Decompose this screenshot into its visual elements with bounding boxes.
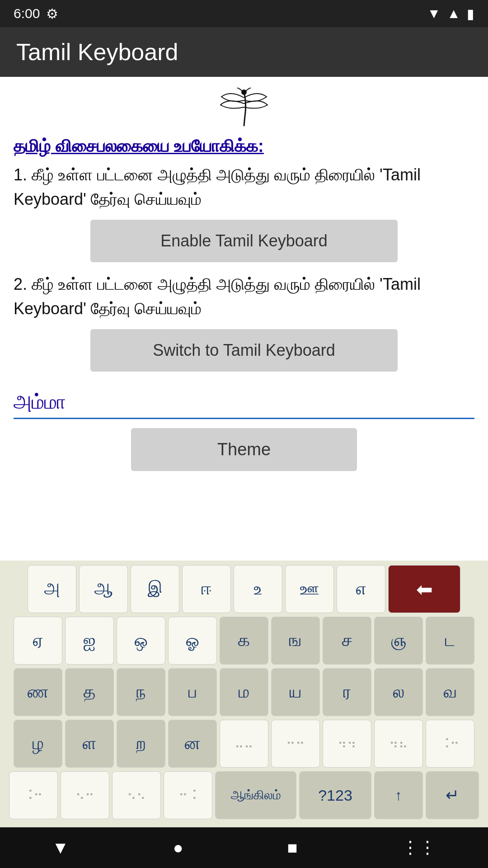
shift-key[interactable]: ↑ — [374, 771, 423, 819]
key-i-sign[interactable]: ⠲⠲ — [323, 720, 371, 768]
dragonfly-icon — [217, 88, 271, 128]
key-tta[interactable]: ட — [426, 617, 474, 665]
app-title: Tamil Keyboard — [16, 38, 178, 66]
keyboard-row-4: ழ ள ற ன ⠤⠤ ⠒⠒ ⠲⠲ ⠲⠦ ⠨⠒ — [3, 720, 485, 768]
keyboard-row-3: ண த ந ப ம ய ர ல வ — [3, 668, 485, 716]
key-oo[interactable]: ஓ — [168, 617, 217, 665]
key-ee[interactable]: ஏ — [14, 617, 62, 665]
key-zha[interactable]: ழ — [14, 720, 62, 768]
nav-recents-button[interactable]: ■ — [287, 838, 298, 858]
theme-button[interactable]: Theme — [131, 428, 357, 471]
status-time: 6:00 — [14, 6, 40, 21]
key-ca[interactable]: ச — [323, 617, 371, 665]
instruction-title: தமிழ் விசைபலகையை உபயோகிக்க: — [14, 137, 474, 156]
switch-keyboard-button[interactable]: Switch to Tamil Keyboard — [90, 329, 398, 372]
keyboard-row-1: அ ஆ இ ஈ உ ஊ எ ⬅ — [3, 565, 485, 613]
key-ta[interactable]: த — [65, 668, 114, 716]
key-na[interactable]: ந — [117, 668, 165, 716]
key-uu[interactable]: ஊ — [285, 565, 334, 613]
english-key[interactable]: ஆங்கிலம் — [215, 771, 296, 819]
tamil-text-input[interactable] — [14, 386, 474, 419]
status-icons: ▼ ▲ ▮ — [427, 6, 474, 22]
key-nna[interactable]: ண — [14, 668, 62, 716]
key-lla[interactable]: ள — [65, 720, 114, 768]
numbers-key[interactable]: ?123 — [299, 771, 371, 819]
keyboard-row-5: ⠨⠒ ⠢⠒ ⠢⠢ ⠒⠨ ஆங்கிலம் ?123 ↑ ↵ — [3, 771, 485, 819]
key-ii-sign[interactable]: ⠲⠦ — [374, 720, 423, 768]
settings-icon: ⚙ — [46, 6, 58, 22]
key-i[interactable]: இ — [131, 565, 179, 613]
status-bar: 6:00 ⚙ ▼ ▲ ▮ — [0, 0, 488, 27]
key-ma[interactable]: ம — [220, 668, 268, 716]
step1-text: 1. கீழ் உள்ள பட்டனை அழுத்தி அடுத்து வரும… — [14, 163, 474, 212]
key-aa[interactable]: ஆ — [79, 565, 128, 613]
enter-key[interactable]: ↵ — [426, 771, 479, 819]
key-e[interactable]: எ — [337, 565, 385, 613]
keyboard-area: அ ஆ இ ஈ உ ஊ எ ⬅ ஏ ஐ ஒ ஓ க ங ச ஞ ட ண த ந … — [0, 561, 488, 827]
key-pa[interactable]: ப — [168, 668, 217, 716]
key-oo-sign[interactable]: ⠨⠒ — [9, 771, 58, 819]
app-bar: Tamil Keyboard — [0, 27, 488, 77]
key-u[interactable]: உ — [234, 565, 282, 613]
key-ya[interactable]: ய — [271, 668, 320, 716]
key-au2-sign[interactable]: ⠢⠢ — [112, 771, 161, 819]
key-ii[interactable]: ஈ — [182, 565, 231, 613]
key-ka[interactable]: க — [220, 617, 268, 665]
key-nga[interactable]: ங — [271, 617, 320, 665]
key-ra[interactable]: ர — [323, 668, 371, 716]
nav-back-button[interactable]: ▼ — [52, 838, 69, 858]
step2-text: 2. கீழ் உள்ள பட்டனை அழுத்தி அடுத்து வரும… — [14, 272, 474, 321]
key-aa-sign[interactable]: ⠒⠒ — [271, 720, 320, 768]
key-la[interactable]: ல — [374, 668, 423, 716]
key-ai-sign[interactable]: ⠒⠨ — [164, 771, 212, 819]
key-va[interactable]: வ — [426, 668, 474, 716]
key-nna2[interactable]: ன — [168, 720, 217, 768]
key-nya[interactable]: ஞ — [374, 617, 423, 665]
nav-keyboard-button[interactable]: ⋮⋮ — [402, 838, 436, 858]
key-pulli[interactable]: ⠤⠤ — [220, 720, 268, 768]
backspace-key[interactable]: ⬅ — [388, 565, 460, 613]
battery-icon: ▮ — [467, 6, 474, 22]
signal-icon: ▲ — [447, 6, 460, 21]
key-au-sign[interactable]: ⠢⠒ — [61, 771, 109, 819]
key-rra[interactable]: ற — [117, 720, 165, 768]
keyboard-row-2: ஏ ஐ ஒ ஓ க ங ச ஞ ட — [3, 617, 485, 665]
nav-home-button[interactable]: ● — [173, 838, 183, 858]
nav-bar: ▼ ● ■ ⋮⋮ — [0, 827, 488, 868]
wifi-icon: ▼ — [427, 6, 441, 21]
key-o-sign[interactable]: ⠨⠒ — [426, 720, 474, 768]
logo-area — [14, 88, 474, 128]
key-a[interactable]: அ — [28, 565, 76, 613]
key-ai[interactable]: ஐ — [65, 617, 114, 665]
key-o[interactable]: ஒ — [117, 617, 165, 665]
enable-keyboard-button[interactable]: Enable Tamil Keyboard — [90, 220, 398, 262]
main-content: தமிழ் விசைபலகையை உபயோகிக்க: 1. கீழ் உள்ள… — [0, 77, 488, 561]
